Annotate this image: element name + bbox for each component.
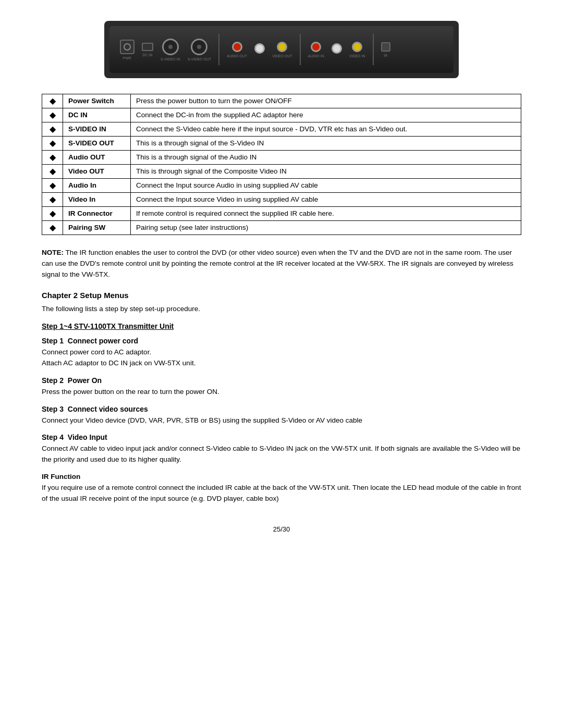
connector-description: This is a through signal of the S-Video … <box>131 137 521 151</box>
step-heading: Step 1 Connect power cord <box>42 337 521 345</box>
diamond-cell: ◆ <box>42 193 63 207</box>
connector-description: Pairing setup (see later instructions) <box>131 221 521 235</box>
table-row: ◆ Power Switch Press the power button to… <box>42 94 521 108</box>
step-block: Step 3 Connect video sources Connect you… <box>42 405 521 426</box>
device-image: PWR DC IN S-VIDEO IN S-VIDEO OUT AUDIO O… <box>104 21 459 78</box>
step-heading: Step 4 Video Input <box>42 433 521 441</box>
table-row: ◆ Pairing SW Pairing setup (see later in… <box>42 221 521 235</box>
connector-description: Press the power button to turn the power… <box>131 94 521 108</box>
diamond-cell: ◆ <box>42 179 63 193</box>
table-row: ◆ Audio OUT This is a through signal of … <box>42 151 521 165</box>
table-row: ◆ DC IN Connect the DC-in from the suppl… <box>42 108 521 122</box>
connector-name: S-VIDEO OUT <box>63 137 131 151</box>
connector-description: If remote control is required connect th… <box>131 207 521 221</box>
connector-name: Audio In <box>63 179 131 193</box>
setup-intro: The following lists a step by step set-u… <box>42 305 521 313</box>
connector-name: Pairing SW <box>63 221 131 235</box>
step-body: Connect power cord to AC adaptor.Attach … <box>42 347 521 369</box>
table-row: ◆ IR Connector If remote control is requ… <box>42 207 521 221</box>
connector-description: This is through signal of the Composite … <box>131 165 521 179</box>
diamond-cell: ◆ <box>42 122 63 137</box>
connector-name: DC IN <box>63 108 131 122</box>
table-row: ◆ Video OUT This is through signal of th… <box>42 165 521 179</box>
connector-name: Power Switch <box>63 94 131 108</box>
connector-description: This is a through signal of the Audio IN <box>131 151 521 165</box>
diamond-cell: ◆ <box>42 94 63 108</box>
diamond-cell: ◆ <box>42 207 63 221</box>
connector-name: IR Connector <box>63 207 131 221</box>
connector-description: Connect the DC-in from the supplied AC a… <box>131 108 521 122</box>
diamond-cell: ◆ <box>42 165 63 179</box>
step-body: Press the power button on the rear to tu… <box>42 387 521 398</box>
step-body: Connect AV cable to video input jack and… <box>42 443 521 465</box>
connector-description: Connect the Input source Video in using … <box>131 193 521 207</box>
diamond-cell: ◆ <box>42 108 63 122</box>
diamond-cell: ◆ <box>42 221 63 235</box>
connector-description: Connect the Input source Audio in using … <box>131 179 521 193</box>
step-group-heading: Step 1~4 STV-1100TX Transmitter Unit <box>42 322 521 330</box>
chapter-heading: Chapter 2 Setup Menus <box>42 291 521 300</box>
connector-name: Audio OUT <box>63 151 131 165</box>
step-heading: Step 3 Connect video sources <box>42 405 521 413</box>
step-block: Step 2 Power On Press the power button o… <box>42 376 521 398</box>
connector-name: S-VIDEO IN <box>63 122 131 137</box>
note-paragraph: NOTE: The IR function enables the user t… <box>42 248 521 280</box>
table-row: ◆ S-VIDEO IN Connect the S-Video cable h… <box>42 122 521 137</box>
note-text: The IR function enables the user to cont… <box>42 249 513 278</box>
connector-table: ◆ Power Switch Press the power button to… <box>42 94 521 235</box>
step-heading: Step 2 Power On <box>42 376 521 385</box>
note-label: NOTE: <box>42 249 64 256</box>
table-row: ◆ S-VIDEO OUT This is a through signal o… <box>42 137 521 151</box>
ir-function-body: If you require use of a remote control c… <box>42 483 521 504</box>
step-block: Step 1 Connect power cord Connect power … <box>42 337 521 369</box>
connector-description: Connect the S-Video cable here if the in… <box>131 122 521 137</box>
connector-name: Video OUT <box>63 165 131 179</box>
diamond-cell: ◆ <box>42 151 63 165</box>
ir-function-heading: IR Function <box>42 473 521 480</box>
connector-name: Video In <box>63 193 131 207</box>
step-block: Step 4 Video Input Connect AV cable to v… <box>42 433 521 465</box>
table-row: ◆ Audio In Connect the Input source Audi… <box>42 179 521 193</box>
step-body: Connect your Video device (DVD, VAR, PVR… <box>42 415 521 426</box>
page-number: 25/30 <box>42 525 521 533</box>
diamond-cell: ◆ <box>42 137 63 151</box>
table-row: ◆ Video In Connect the Input source Vide… <box>42 193 521 207</box>
